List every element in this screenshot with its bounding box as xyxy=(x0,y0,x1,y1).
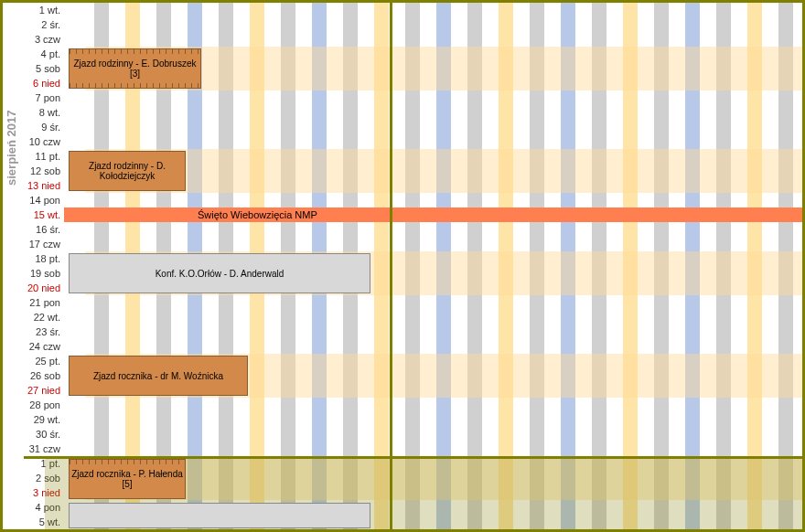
day-label: 19 sob xyxy=(24,266,64,281)
event-zjazd-halenda[interactable]: Zjazd rocznika - P. Hałenda [5] xyxy=(69,459,186,499)
event-grey-bottom[interactable] xyxy=(69,503,370,528)
day-row: 16 śr. xyxy=(24,222,802,237)
vertical-divider xyxy=(390,3,392,529)
day-label: 21 pon xyxy=(24,295,64,310)
day-label: 28 pon xyxy=(24,398,64,412)
day-row: 30 śr. xyxy=(24,427,802,442)
day-label: 20 nied xyxy=(24,281,64,295)
holiday-row xyxy=(64,207,802,222)
event-label: Zjazd rodzinny - E. Dobruszek [3] xyxy=(71,59,199,79)
day-row: 14 pon xyxy=(24,193,802,207)
day-row: 17 czw xyxy=(24,237,802,251)
day-label: 7 pon xyxy=(24,90,64,105)
day-label: 25 pt. xyxy=(24,354,64,368)
day-row: 21 pon xyxy=(24,295,802,310)
event-zjazd-dobruszek[interactable]: Zjazd rodzinny - E. Dobruszek [3] xyxy=(69,48,201,89)
day-label: 13 nied xyxy=(24,178,64,193)
day-label: 5 sob xyxy=(24,61,64,76)
day-row: 10 czw xyxy=(24,134,802,149)
day-label: 11 pt. xyxy=(24,149,64,164)
day-label: 24 czw xyxy=(24,339,64,354)
event-konf-anderwald[interactable]: Konf. K.O.Orłów - D. Anderwald xyxy=(69,253,370,293)
month-label: sierpień 2017 xyxy=(5,111,18,186)
day-label: 10 czw xyxy=(24,134,64,149)
day-row: 7 pon xyxy=(24,90,802,105)
calendar-grid: sierpień 2017 1 wt.2 śr.3 czw4 pt.5 sob6… xyxy=(0,0,805,532)
day-label: 4 pt. xyxy=(24,47,64,61)
day-label: 16 śr. xyxy=(24,222,64,237)
event-zjazd-woznicka[interactable]: Zjazd rocznika - dr M. Woźnicka xyxy=(69,356,248,396)
day-label: 15 wt. xyxy=(24,207,64,222)
day-row: 3 czw xyxy=(24,32,802,47)
day-row: 22 wt. xyxy=(24,310,802,325)
day-label: 17 czw xyxy=(24,237,64,251)
day-label: 26 sob xyxy=(24,368,64,383)
day-label: 27 nied xyxy=(24,383,64,398)
day-row: 1 wt. xyxy=(24,3,802,17)
day-label: 6 nied xyxy=(24,76,64,90)
day-label: 30 śr. xyxy=(24,427,64,442)
event-label: Zjazd rocznika - dr M. Woźnicka xyxy=(93,371,223,381)
day-label: 29 wt. xyxy=(24,412,64,427)
day-label: 23 śr. xyxy=(24,325,64,339)
day-row: 9 śr. xyxy=(24,120,802,134)
event-label: Zjazd rodzinny - D. Kołodziejczyk xyxy=(71,161,183,181)
day-label: 2 śr. xyxy=(24,17,64,32)
day-label: 3 czw xyxy=(24,32,64,47)
day-label: 12 sob xyxy=(24,164,64,178)
event-zjazd-kolodziejczyk[interactable]: Zjazd rodzinny - D. Kołodziejczyk xyxy=(69,151,186,191)
day-label: 22 wt. xyxy=(24,310,64,325)
day-label: 3 nied xyxy=(24,485,64,500)
tick-marks xyxy=(70,49,200,54)
day-row: 23 śr. xyxy=(24,325,802,339)
day-row: 24 czw xyxy=(24,339,802,354)
day-row: 28 pon xyxy=(24,398,802,412)
day-label: 9 śr. xyxy=(24,120,64,134)
day-label: 8 wt. xyxy=(24,105,64,120)
day-label: 5 wt. xyxy=(24,515,64,529)
event-label: Zjazd rocznika - P. Hałenda [5] xyxy=(71,469,183,489)
tick-marks xyxy=(70,460,185,464)
day-label: 31 czw xyxy=(24,442,64,456)
day-label: 4 pon xyxy=(24,500,64,515)
day-label: 2 sob xyxy=(24,471,64,485)
day-row: 31 czw xyxy=(24,442,802,456)
day-row: 29 wt. xyxy=(24,412,802,427)
day-label: 14 pon xyxy=(24,193,64,207)
tick-marks xyxy=(70,83,200,88)
event-label: Konf. K.O.Orłów - D. Anderwald xyxy=(156,269,284,279)
day-row: 8 wt. xyxy=(24,105,802,120)
grid-area: 1 wt.2 śr.3 czw4 pt.5 sob6 nied7 pon8 wt… xyxy=(24,3,802,529)
day-label: 18 pt. xyxy=(24,251,64,266)
holiday-text: Święto Wiebowzięcia NMP xyxy=(198,209,317,220)
day-row: 2 śr. xyxy=(24,17,802,32)
day-label: 1 wt. xyxy=(24,3,64,17)
